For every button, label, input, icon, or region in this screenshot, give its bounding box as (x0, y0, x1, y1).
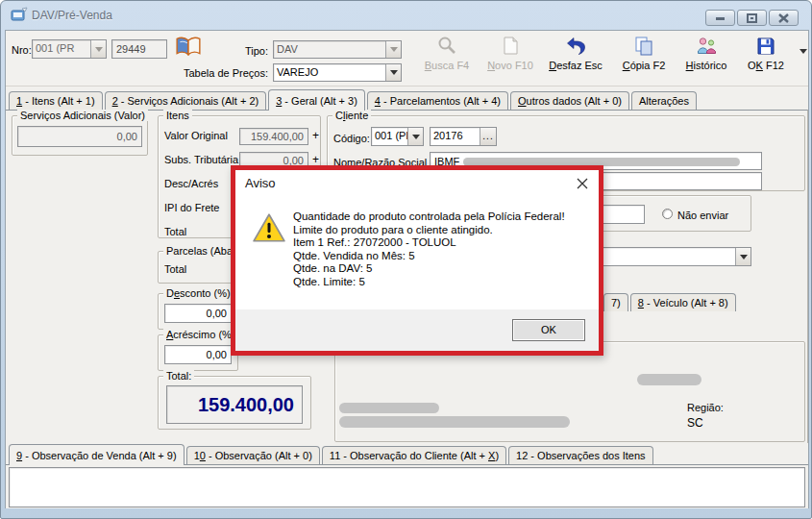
nro-series-dropdown-icon[interactable] (90, 40, 106, 58)
tipo-combobox[interactable]: DAV (273, 40, 402, 59)
desconto-group: Desconto (%) 0,00 (158, 293, 238, 330)
regiao-value: SC (687, 416, 703, 430)
close-icon (778, 13, 789, 23)
nro-series-value: 001 (PR (33, 40, 90, 58)
tab-observacao-cliente[interactable]: 11 - Observação do Cliente (Alt + X) (322, 446, 506, 464)
valor-original-field: 159.400,00 (239, 128, 308, 145)
tipo-label: Tipo: (197, 45, 268, 57)
app-window: DAV/Pré-Venda Nro: 001 (PR 29449 Tipo: (0, 0, 812, 519)
desconto-legend: Desconto (%) (163, 287, 234, 299)
search-icon (435, 35, 458, 58)
nao-enviar-label: Não enviar (677, 210, 728, 221)
tab-alteracoes[interactable]: Alterações (631, 91, 697, 110)
historico-button[interactable]: Histórico (677, 35, 736, 83)
valor-original-label: Valor Original (164, 130, 228, 141)
endereco-group: Região: SC (334, 341, 805, 442)
tipo-dropdown-icon[interactable] (385, 41, 401, 58)
cep-municipio-redacted (339, 416, 570, 428)
maximize-button[interactable] (737, 10, 767, 26)
app-icon (11, 7, 28, 24)
copy-icon (632, 35, 655, 58)
servicos-adicionais-legend: Serviços Adicionais (Valor) (17, 110, 148, 121)
dialog-message: Quantidade do produto controlada pela Po… (293, 210, 565, 288)
dialog-message-line: Qtde. Limite: 5 (293, 276, 565, 289)
toolbar-overflow-icon[interactable] (800, 54, 807, 65)
tab-servicos-adicionais[interactable]: 2 - Serviços Adicionais (Alt + 2) (105, 91, 267, 110)
codigo-series-value: 001 (Pl (372, 128, 407, 145)
itens-legend: Itens (163, 110, 192, 121)
cidade-redacted (339, 403, 439, 413)
servicos-adicionais-group: Serviços Adicionais (Valor) 0,00 (12, 115, 148, 156)
maximize-icon (747, 13, 757, 23)
tabela-precos-dropdown-icon[interactable] (385, 64, 401, 81)
side-tab-strip: 7) 8 - Veículo (Alt + 8) (603, 293, 738, 311)
total-legend: Total: (163, 370, 194, 382)
codigo-cliente-value: 20176 (431, 128, 480, 145)
dialog-ok-button[interactable]: OK (512, 319, 585, 341)
dialog-message-line: Quantidade do produto controlada pela Po… (293, 210, 565, 224)
subs-tributaria-label: Subs. Tributária (164, 154, 238, 165)
dialog-message-line: Qtde. na DAV: 5 (293, 262, 565, 276)
valor-original-sign: + (312, 129, 319, 142)
copia-button[interactable]: Cópia F2 (613, 35, 675, 83)
tab-observacoes-itens[interactable]: 12 - Observações dos Itens (508, 446, 653, 464)
busca-button: Busca F4 (417, 35, 477, 83)
warning-icon (252, 212, 286, 246)
new-page-icon (499, 35, 522, 58)
desconto-field[interactable]: 0,00 (164, 304, 232, 323)
parcelas-legend: Parcelas (Abati (163, 245, 241, 257)
endereco-redacted-top (637, 374, 701, 385)
tab-observacao-venda[interactable]: 9 - Observação de Venda (Alt + 9) (9, 444, 185, 465)
tab-outros-dados[interactable]: Outros dados (Alt + 0) (510, 91, 629, 110)
tab-veiculo[interactable]: 8 - Veículo (Alt + 8) (630, 293, 736, 311)
save-disk-icon (754, 35, 777, 58)
parcelas-total-label: Total (164, 263, 186, 275)
ok-save-button[interactable]: OK F12 (738, 35, 794, 83)
dialog-message-line: Qtde. Vendida no Mês: 5 (293, 250, 565, 263)
undo-icon (564, 35, 587, 58)
minimize-icon (716, 13, 726, 22)
total-field: 159.400,00 (166, 385, 303, 424)
minimize-button[interactable] (705, 10, 735, 26)
itens-total-label: Total (164, 226, 186, 237)
codigo-dropdown-icon[interactable] (407, 128, 423, 145)
nro-number-field[interactable]: 29449 (111, 39, 167, 59)
codigo-cliente-field[interactable]: 20176 ... (430, 127, 497, 146)
tabela-precos-combobox[interactable]: VAREJO (273, 63, 402, 82)
extra-dropdown-icon[interactable] (735, 248, 750, 265)
aviso-dialog: Aviso Quantidade do produto controlada p… (231, 165, 603, 356)
novo-button: Novo F10 (480, 35, 540, 83)
tab-parcelamentos[interactable]: 4 - Parcelamentos (Alt + 4) (367, 91, 508, 110)
cliente-legend: Cliente (332, 110, 371, 121)
observation-textarea[interactable] (9, 467, 805, 507)
tab-geral[interactable]: 3 - Geral (Alt + 3) (268, 89, 365, 111)
subs-tributaria-sign: + (312, 153, 319, 166)
acrescimo-field[interactable]: 0,00 (164, 345, 232, 364)
tabela-precos-value: VAREJO (274, 64, 385, 81)
tipo-value: DAV (274, 41, 385, 58)
top-tab-strip: 1 - Itens (Alt + 1) 2 - Serviços Adicion… (9, 89, 699, 110)
acrescimo-group: Acréscimo (%) 0,00 (158, 334, 238, 371)
codigo-browse-button[interactable]: ... (480, 128, 496, 145)
titlebar: DAV/Pré-Venda (1, 1, 811, 30)
tab-7-partial[interactable]: 7) (603, 293, 628, 311)
extra-combobox[interactable] (580, 247, 751, 266)
nro-label: Nro: (12, 44, 32, 56)
ipi-frete-label: IPI do Frete (164, 202, 219, 213)
nao-enviar-radio[interactable] (662, 209, 673, 219)
nro-number-value: 29449 (112, 40, 166, 58)
regiao-label: Região: (687, 402, 724, 413)
desc-acres-label: Desc/Acrés (164, 178, 218, 189)
dialog-message-line: Item 1 Ref.: 27072000 - TOLUOL (293, 236, 565, 250)
desfaz-button[interactable]: Desfaz Esc (540, 35, 611, 83)
window-title: DAV/Pré-Venda (32, 9, 112, 22)
dialog-message-line: Limite do produto para o cliente atingid… (293, 224, 565, 237)
nro-series-combobox[interactable]: 001 (PR (32, 39, 107, 59)
dialog-footer: OK (235, 309, 599, 351)
total-group: Total: 159.400,00 (158, 376, 311, 430)
codigo-series-combobox[interactable]: 001 (Pl (371, 127, 424, 146)
dialog-close-button[interactable] (575, 176, 590, 191)
close-button[interactable] (769, 10, 799, 26)
tab-itens[interactable]: 1 - Itens (Alt + 1) (9, 91, 103, 110)
tab-observacao[interactable]: 10 - Observação (Alt + 0) (186, 446, 320, 464)
